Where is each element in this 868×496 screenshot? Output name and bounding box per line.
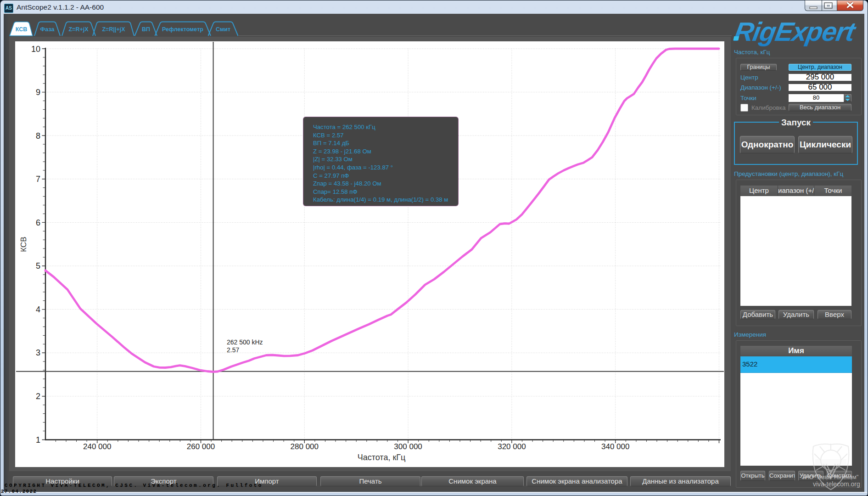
svg-text:1: 1 — [36, 435, 40, 445]
svg-text:Рефлектометр: Рефлектометр — [162, 26, 203, 33]
svg-text:6: 6 — [36, 218, 40, 227]
svg-text:Фаза: Фаза — [40, 26, 55, 33]
svg-text:Z=R+jX: Z=R+jX — [68, 26, 89, 33]
svg-text:10: 10 — [31, 45, 40, 54]
svg-text:Смит: Смит — [216, 26, 230, 33]
svg-text:9: 9 — [36, 88, 40, 97]
svg-text:2: 2 — [36, 392, 40, 401]
svg-text:3: 3 — [36, 348, 40, 357]
svg-text:ВП: ВП — [142, 26, 150, 33]
svg-text:5: 5 — [36, 261, 40, 271]
svg-text:340 000: 340 000 — [601, 442, 629, 451]
svg-text:КСВ: КСВ — [16, 26, 28, 33]
svg-text:Z=R||+jX: Z=R||+jX — [102, 26, 125, 33]
svg-text:300 000: 300 000 — [394, 442, 422, 451]
svg-text:260 000: 260 000 — [187, 442, 215, 451]
svg-text:Частота, кГц: Частота, кГц — [358, 453, 406, 462]
svg-text:262 500 kHz: 262 500 kHz — [227, 338, 263, 346]
svg-text:RigExpert: RigExpert — [732, 17, 859, 46]
svg-text:7: 7 — [36, 175, 40, 184]
svg-text:КСВ: КСВ — [19, 237, 28, 252]
svg-text:4: 4 — [36, 305, 40, 314]
svg-text:320 000: 320 000 — [498, 442, 526, 451]
svg-text:280 000: 280 000 — [291, 442, 319, 451]
svg-text:240 000: 240 000 — [83, 442, 111, 451]
svg-text:2.57: 2.57 — [227, 346, 239, 354]
svg-text:8: 8 — [36, 131, 40, 141]
